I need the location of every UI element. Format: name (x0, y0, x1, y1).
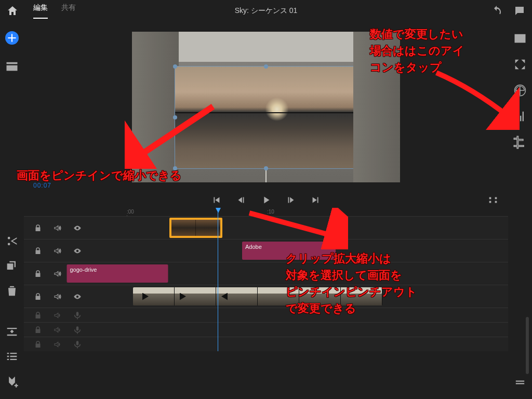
track-a1[interactable] (24, 308, 508, 322)
timecode: 00:07 (33, 182, 51, 189)
mute-icon[interactable] (53, 246, 62, 256)
scrollbar[interactable] (526, 239, 529, 379)
fit-screen-icon[interactable] (513, 57, 527, 72)
lock-icon[interactable] (33, 325, 43, 335)
track-a3[interactable] (24, 337, 508, 351)
marker-add-icon[interactable] (5, 374, 19, 389)
mic-icon[interactable] (73, 340, 82, 349)
mute-icon[interactable] (53, 269, 62, 278)
color-icon[interactable] (513, 83, 527, 98)
go-end-icon[interactable] (310, 194, 322, 206)
ruler-tick: :10 (267, 209, 274, 215)
delete-icon[interactable] (5, 284, 19, 298)
lock-icon[interactable] (33, 269, 43, 278)
eye-icon[interactable] (73, 246, 82, 256)
lock-icon[interactable] (33, 246, 43, 256)
play-icon[interactable] (260, 194, 272, 206)
eye-icon[interactable] (73, 292, 82, 301)
mute-icon[interactable] (53, 325, 62, 335)
lock-icon[interactable] (33, 223, 43, 233)
preview-monitor[interactable]: 00:07 (24, 22, 508, 192)
go-start-icon[interactable] (210, 194, 222, 206)
expand-track-icon[interactable] (5, 324, 19, 339)
add-button[interactable] (5, 31, 19, 45)
eye-icon[interactable] (73, 223, 82, 233)
mic-icon[interactable] (73, 325, 82, 335)
source-monitor-icon[interactable] (513, 31, 527, 46)
selection-box[interactable] (175, 66, 357, 169)
track-v1[interactable] (24, 285, 508, 308)
tab-edit[interactable]: 編集 (33, 3, 48, 19)
crop-transform-icon[interactable] (513, 135, 527, 150)
track-a2[interactable] (24, 322, 508, 337)
audio-levels-icon[interactable] (513, 109, 527, 124)
comment-icon[interactable] (513, 5, 526, 17)
scissors-icon[interactable] (5, 234, 19, 248)
home-icon[interactable] (6, 5, 19, 17)
timeline-clip-selected[interactable] (169, 218, 222, 238)
settings-equal-icon[interactable] (513, 375, 527, 390)
track-v2[interactable]: gogo-drive (24, 262, 508, 285)
track-list-icon[interactable] (5, 349, 19, 364)
project-panel-icon[interactable] (5, 59, 19, 74)
undo-icon[interactable] (490, 5, 503, 17)
mute-icon[interactable] (53, 292, 62, 301)
tab-share[interactable]: 共有 (61, 3, 76, 19)
timeline[interactable]: :00 :10 Adobe (24, 209, 508, 351)
mute-icon[interactable] (53, 223, 62, 233)
track-v3[interactable]: Adobe (24, 239, 508, 262)
fullscreen-icon[interactable] (487, 194, 499, 206)
mute-icon[interactable] (53, 311, 62, 320)
lock-icon[interactable] (33, 311, 43, 320)
page-title: Sky: シーケンス 01 (235, 6, 298, 16)
mic-icon[interactable] (73, 311, 82, 320)
step-back-icon[interactable] (235, 194, 247, 206)
lock-icon[interactable] (33, 292, 43, 301)
timeline-clip-title[interactable]: gogo-drive (67, 264, 168, 283)
ruler-tick: :00 (127, 209, 134, 215)
duplicate-icon[interactable] (5, 259, 19, 273)
mute-icon[interactable] (53, 340, 62, 349)
track-v4[interactable] (24, 216, 508, 239)
playhead[interactable] (218, 209, 218, 351)
timeline-clip-title[interactable]: Adobe (242, 242, 336, 260)
step-fwd-icon[interactable] (285, 194, 297, 206)
lock-icon[interactable] (33, 340, 43, 349)
timeline-clip-video[interactable] (133, 287, 382, 305)
